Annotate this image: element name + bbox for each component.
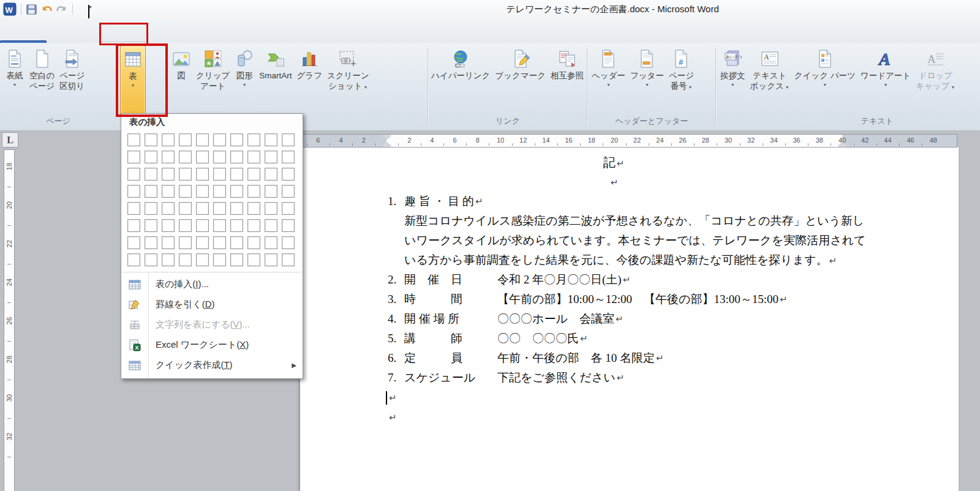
table-grid-cell[interactable]: [196, 202, 209, 215]
table-grid-cell[interactable]: [230, 236, 243, 249]
table-grid-cell[interactable]: [230, 151, 243, 163]
document-page[interactable]: 記↵↵1.趣 旨 ・ 目 的↵新型コロナウイルス感染症の第二波が予想されるなか、…: [300, 147, 959, 491]
table-grid-cell[interactable]: [247, 168, 260, 181]
ribbon-button-cross-reference[interactable]: 相互参照: [548, 45, 586, 113]
table-grid-cell[interactable]: [162, 219, 175, 232]
table-grid-cell[interactable]: [127, 253, 140, 266]
ribbon-button-screenshot[interactable]: スクリーンショット▼: [325, 45, 372, 113]
table-grid-cell[interactable]: [247, 202, 260, 215]
table-grid-cell[interactable]: [162, 151, 175, 163]
ribbon-button-greeting[interactable]: あいさつ挨拶文▼: [718, 45, 748, 113]
table-grid-cell[interactable]: [196, 185, 209, 198]
table-grid-cell[interactable]: [179, 202, 192, 215]
table-grid-cell[interactable]: [179, 151, 192, 163]
table-grid-cell[interactable]: [179, 133, 192, 146]
save-icon[interactable]: [25, 3, 38, 16]
customize-qat-icon[interactable]: ▼: [88, 5, 89, 18]
table-grid-cell[interactable]: [145, 151, 157, 163]
table-grid-cell[interactable]: [247, 236, 260, 249]
table-grid-cell[interactable]: [196, 151, 209, 163]
table-grid-cell[interactable]: [162, 168, 175, 181]
ribbon-button-bookmark[interactable]: ブックマーク: [492, 45, 548, 113]
table-grid-cell[interactable]: [145, 202, 157, 215]
menu-item-excel-spreadsheet[interactable]: XExcel ワークシート(X): [121, 335, 303, 355]
table-grid-cell[interactable]: [127, 236, 140, 249]
table-grid-cell[interactable]: [265, 236, 277, 249]
table-grid-cell[interactable]: [247, 219, 260, 232]
ribbon-button-quick-parts[interactable]: クイック パーツ▼: [792, 45, 858, 113]
table-grid-cell[interactable]: [265, 202, 277, 215]
ribbon-button-chart[interactable]: グラフ: [295, 45, 325, 113]
table-grid-cell[interactable]: [282, 253, 295, 266]
tab-stop-selector[interactable]: L: [2, 132, 18, 148]
table-grid-cell[interactable]: [265, 151, 277, 163]
table-grid-cell[interactable]: [162, 236, 175, 249]
table-grid-cell[interactable]: [213, 236, 226, 249]
table-grid-cell[interactable]: [127, 151, 140, 163]
table-grid-cell[interactable]: [196, 219, 209, 232]
table-grid-cell[interactable]: [196, 253, 209, 266]
table-grid-cell[interactable]: [282, 236, 295, 249]
table-grid-cell[interactable]: [282, 168, 295, 181]
table-grid-cell[interactable]: [213, 253, 226, 266]
table-grid-cell[interactable]: [230, 202, 243, 215]
table-grid-cell[interactable]: [282, 202, 295, 215]
table-grid-cell[interactable]: [127, 185, 140, 198]
table-grid-cell[interactable]: [265, 219, 277, 232]
table-grid-cell[interactable]: [145, 185, 157, 198]
table-grid-cell[interactable]: [179, 219, 192, 232]
table-grid-cell[interactable]: [247, 185, 260, 198]
ribbon-button-cover-page[interactable]: 表紙▼: [2, 45, 27, 113]
table-grid-cell[interactable]: [127, 219, 140, 232]
ribbon-button-blank-page[interactable]: 空白のページ: [27, 45, 57, 113]
menu-item-insert-table[interactable]: 表の挿入(I)...: [121, 274, 303, 294]
table-grid-cell[interactable]: [247, 133, 260, 146]
table-grid-cell[interactable]: [265, 168, 277, 181]
table-grid-cell[interactable]: [162, 185, 175, 198]
undo-icon[interactable]: [40, 3, 53, 15]
table-grid-cell[interactable]: [247, 151, 260, 163]
table-grid-cell[interactable]: [162, 133, 175, 146]
table-grid-cell[interactable]: [196, 168, 209, 181]
table-grid-cell[interactable]: [196, 236, 209, 249]
ribbon-button-header[interactable]: ヘッダー▼: [589, 45, 628, 113]
table-grid-cell[interactable]: [179, 185, 192, 198]
table-grid-cell[interactable]: [127, 202, 140, 215]
ribbon-button-page-number[interactable]: #ページ番号▼: [666, 45, 696, 113]
ribbon-button-clip-art[interactable]: クリップアート: [194, 45, 232, 113]
table-grid-cell[interactable]: [213, 151, 226, 163]
table-grid-cell[interactable]: [213, 133, 226, 146]
table-grid-cell[interactable]: [282, 151, 295, 163]
ribbon-button-hyperlink[interactable]: ハイパーリンク: [429, 45, 492, 113]
ribbon-button-smartart[interactable]: SmartArt: [257, 45, 294, 113]
table-grid-cell[interactable]: [282, 133, 295, 146]
ribbon-button-picture[interactable]: 図: [169, 45, 194, 113]
table-grid-cell[interactable]: [213, 168, 226, 181]
table-grid-cell[interactable]: [127, 133, 140, 146]
ribbon-button-text-box[interactable]: Aテキストボックス▼: [748, 45, 792, 113]
table-grid-cell[interactable]: [230, 219, 243, 232]
ribbon-button-wordart[interactable]: Aワードアート▼: [858, 45, 913, 113]
table-grid-cell[interactable]: [230, 253, 243, 266]
menu-item-quick-tables[interactable]: クイック表作成(T)▶: [121, 355, 303, 375]
table-grid-cell[interactable]: [179, 236, 192, 249]
menu-item-draw-table[interactable]: 罫線を引く(D): [121, 294, 303, 315]
table-grid-cell[interactable]: [230, 168, 243, 181]
table-grid-cell[interactable]: [145, 236, 157, 249]
table-grid-cell[interactable]: [213, 219, 226, 232]
table-grid-cell[interactable]: [145, 253, 157, 266]
ribbon-button-page-break[interactable]: ページ区切り: [57, 45, 87, 113]
table-grid-cell[interactable]: [265, 253, 277, 266]
table-grid-cell[interactable]: [282, 185, 295, 198]
table-grid-cell[interactable]: [247, 253, 260, 266]
table-grid-cell[interactable]: [230, 133, 243, 146]
table-grid-cell[interactable]: [213, 202, 226, 215]
word-logo-icon[interactable]: W: [2, 2, 17, 17]
table-grid-cell[interactable]: [145, 133, 157, 146]
table-grid-cell[interactable]: [162, 202, 175, 215]
table-grid-cell[interactable]: [265, 185, 277, 198]
table-grid-cell[interactable]: [230, 185, 243, 198]
redo-icon[interactable]: [55, 3, 69, 15]
table-grid-cell[interactable]: [213, 185, 226, 198]
table-grid-cell[interactable]: [282, 219, 295, 232]
